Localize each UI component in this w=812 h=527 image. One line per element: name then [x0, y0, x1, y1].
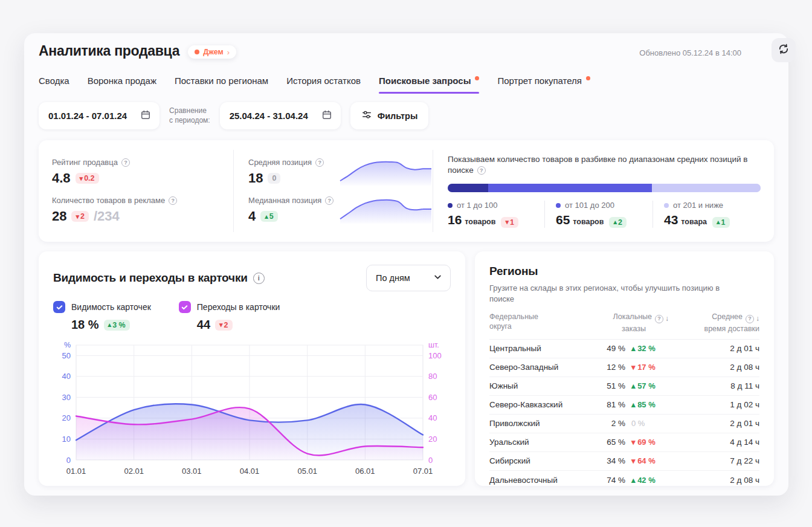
ads-products-metric: Количество товаров в рекламе? 28▾2/234	[52, 196, 233, 224]
series-value: 44	[197, 318, 210, 332]
change-badge: ▾1	[501, 217, 518, 228]
help-icon[interactable]: ?	[121, 158, 130, 167]
region-name: Сибирский	[489, 456, 572, 465]
distribution-legend-item: от 201 и ниже43товара▴1	[652, 201, 761, 228]
svg-text:0: 0	[428, 456, 433, 465]
tab-3[interactable]: Поставки по регионам	[175, 72, 268, 94]
local-orders-change: ▴ 32 %	[631, 344, 669, 353]
legend-dot-icon	[448, 203, 453, 208]
local-orders-value: 81 %	[607, 400, 625, 409]
legend-range-label: от 1 до 100	[457, 201, 497, 210]
jam-badge[interactable]: Джем ›	[188, 45, 236, 59]
distribution-description: Показываем количество товаров в разбивке…	[448, 155, 747, 175]
period-granularity-dropdown[interactable]: По дням	[366, 265, 451, 291]
help-icon[interactable]: ?	[325, 196, 334, 205]
distribution-segment	[652, 184, 761, 192]
local-orders-cell: 65 %▾ 69 %	[572, 438, 669, 447]
local-orders-value: 49 %	[607, 344, 625, 353]
region-name: Уральский	[489, 438, 572, 447]
svg-text:50: 50	[62, 351, 71, 360]
tab-5[interactable]: Поисковые запросы	[379, 72, 479, 94]
svg-text:06.01: 06.01	[355, 467, 375, 476]
page-title: Аналитика продавца	[39, 43, 179, 59]
info-icon[interactable]: i	[253, 273, 265, 284]
products-unit: товаров	[465, 218, 495, 226]
median-position-metric: Медианная позиция? 4▴5	[248, 196, 433, 224]
help-icon[interactable]: ?	[315, 158, 324, 167]
svg-text:шт.: шт.	[428, 341, 439, 349]
sort-desc-icon[interactable]: ↓	[756, 314, 759, 324]
tab-label: Поисковые запросы	[379, 76, 471, 86]
local-orders-value: 2 %	[611, 419, 625, 428]
legend-value-row: 43товара▴1	[664, 213, 755, 228]
series-value-row: 18 %▴3 %	[53, 318, 151, 332]
arrow-up-icon: ▴	[265, 213, 268, 220]
ads-products-value: 28	[52, 209, 66, 224]
seller-rating-value: 4.8	[52, 170, 71, 186]
legend-range-label: от 101 до 200	[565, 201, 614, 210]
table-row: Северо-Западный12 %▾ 17 %2 д 08 ч	[489, 358, 759, 377]
help-icon[interactable]: ?	[477, 166, 486, 175]
products-count: 16	[448, 213, 462, 227]
dropdown-value: По дням	[376, 273, 410, 283]
tab-2[interactable]: Воронка продаж	[88, 72, 156, 94]
compare-value: 25.04.24 - 31.04.24	[230, 111, 308, 121]
compare-period-label: Сравнение с периодом:	[169, 106, 210, 125]
period-date-input[interactable]: 01.01.24 - 07.01.24	[39, 102, 160, 129]
avg-position-metric: Средняя позиция? 180	[248, 158, 433, 186]
delivery-time-value: 2 д 01 ч	[669, 344, 759, 353]
legend-label: от 1 до 100	[448, 201, 538, 210]
arrow-up-icon: ▴	[717, 219, 720, 225]
refresh-icon	[778, 43, 790, 57]
legend-label: от 201 и ниже	[664, 201, 755, 210]
tabs-bar: СводкаВоронка продажПоставки по регионам…	[39, 72, 774, 94]
median-position-label: Медианная позиция	[248, 196, 321, 205]
position-distribution-block: Показываем количество товаров в разбивке…	[433, 150, 761, 232]
local-orders-change: ▾ 64 %	[631, 456, 669, 465]
local-orders-change: ▾ 17 %	[631, 363, 669, 372]
region-name: Южный	[489, 381, 572, 390]
column-header-districts: Федеральные округа	[489, 312, 572, 334]
table-row: Уральский65 %▾ 69 %4 д 14 ч	[489, 433, 759, 452]
svg-text:%: %	[64, 341, 71, 349]
series-value: 18 %	[71, 318, 99, 332]
change-badge: ▴3 %	[104, 320, 130, 331]
help-icon[interactable]: ?	[746, 315, 754, 323]
tab-6[interactable]: Портрет покупателя	[497, 72, 590, 94]
arrow-up-icon: ▴	[108, 322, 112, 328]
filter-sliders-icon	[361, 109, 372, 122]
column-header-local-orders[interactable]: Локальные?↓ заказы	[572, 312, 669, 334]
local-orders-change: ▴ 57 %	[631, 381, 669, 390]
help-icon[interactable]: ?	[655, 315, 663, 323]
jam-dot-icon	[195, 50, 199, 54]
local-orders-cell: 2 %0 %	[572, 419, 669, 428]
calendar-icon[interactable]	[321, 109, 332, 123]
arrow-up-icon: ▴	[613, 219, 617, 225]
checkbox-checked[interactable]	[179, 301, 191, 313]
compare-date-input[interactable]: 25.04.24 - 31.04.24	[220, 102, 341, 129]
local-orders-value: 34 %	[607, 456, 625, 465]
local-orders-cell: 12 %▾ 17 %	[572, 363, 669, 372]
tab-1[interactable]: Сводка	[39, 72, 69, 94]
checkbox-checked[interactable]	[53, 301, 65, 313]
arrow-down-icon: ▾	[505, 219, 509, 225]
delivery-time-value: 2 д 08 ч	[669, 476, 759, 485]
legend-label: от 101 до 200	[556, 201, 646, 210]
column-header-delivery-time[interactable]: Среднее?↓ время доставки	[669, 312, 759, 334]
seller-rating-label: Рейтинг продавца	[52, 158, 118, 167]
calendar-icon[interactable]	[140, 109, 151, 123]
ads-products-total: /234	[94, 209, 120, 224]
region-name: Дальневосточный	[489, 476, 572, 485]
tab-4[interactable]: История остатков	[286, 72, 361, 94]
filters-button[interactable]: Фильтры	[350, 102, 428, 129]
arrow-down-icon: ▾	[80, 175, 83, 182]
refresh-button[interactable]	[772, 38, 796, 62]
median-position-sparkline	[339, 196, 433, 224]
series-toggle-2: Переходы в карточки44▾2	[179, 301, 280, 332]
table-row: Центральный49 %▴ 32 %2 д 01 ч	[489, 340, 759, 358]
distribution-segment	[448, 184, 488, 192]
help-icon[interactable]: ?	[169, 196, 177, 205]
svg-text:01.01: 01.01	[66, 467, 86, 476]
arrow-down-icon: ▾	[219, 322, 223, 328]
period-value: 01.01.24 - 07.01.24	[48, 111, 127, 121]
